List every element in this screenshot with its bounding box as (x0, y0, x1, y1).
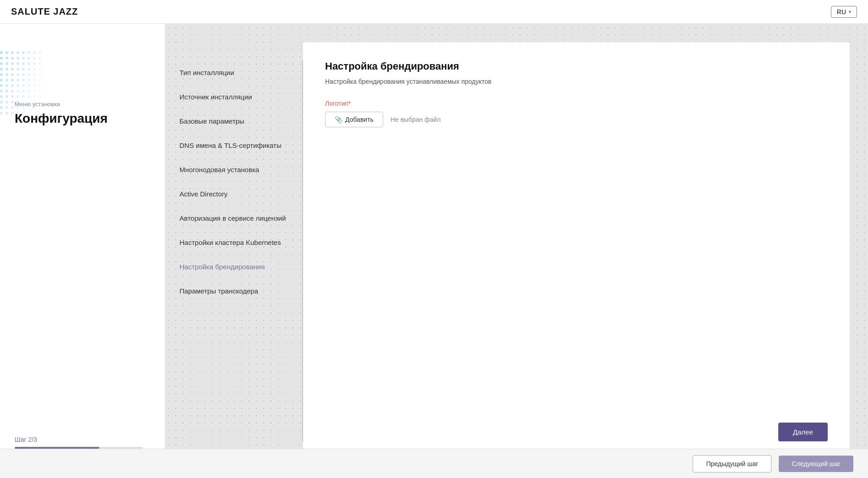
decorative-dot (16, 84, 19, 87)
decorative-dot (27, 106, 30, 109)
bottom-bar: Предыдущий шаг Следующий шаг (0, 449, 868, 478)
prev-step-button[interactable]: Предыдущий шаг (693, 455, 771, 473)
decorative-dot (16, 73, 19, 76)
decorative-dot (33, 90, 36, 92)
decorative-dot (33, 101, 36, 103)
language-label: RU (837, 8, 846, 16)
decorative-dot (27, 57, 30, 60)
decorative-dot (16, 68, 19, 71)
decorative-dot (16, 79, 19, 81)
nav-item-multi-node[interactable]: Многонодовая установка (165, 158, 302, 182)
decorative-dot (16, 51, 19, 54)
decorative-dot (11, 106, 14, 109)
decorative-dot (33, 106, 36, 109)
decorative-dot (27, 73, 30, 76)
nav-item-kubernetes[interactable]: Настройки кластера Kubernetes (165, 230, 302, 255)
nav-item-install-source[interactable]: Источник инсталляции (165, 85, 302, 109)
decorative-dot (38, 79, 41, 81)
decorative-dot (16, 62, 19, 65)
decorative-dot (27, 51, 30, 54)
decorative-dot (38, 106, 41, 109)
step-label: Шаг 2/3 (15, 436, 150, 443)
form-panel: Настройка брендирования Настройка бренди… (303, 42, 850, 460)
decorative-dot (27, 95, 30, 98)
decorative-dot (22, 101, 25, 103)
decorative-dot (38, 112, 41, 114)
nav-item-active-directory[interactable]: Active Directory (165, 182, 302, 206)
decorative-dot (38, 73, 41, 76)
form-next-button[interactable]: Далее (778, 423, 828, 441)
decorative-dot (16, 57, 19, 60)
decorative-dot (5, 62, 8, 65)
nav-item-base-params[interactable]: Базовые параметры (165, 109, 302, 133)
app-header: SALUTE JAZZ RU ▾ (0, 0, 868, 24)
decorative-dot (11, 62, 14, 65)
add-file-button[interactable]: 📎 Добавить (325, 112, 383, 127)
decorative-dot (27, 62, 30, 65)
decorative-dot (0, 73, 3, 76)
decorative-dot (16, 95, 19, 98)
decorative-dot (38, 57, 41, 60)
decorative-dot (5, 51, 8, 54)
nav-item-install-type[interactable]: Тип инсталляции (165, 60, 302, 85)
form-subtitle: Настройка брендирования устанавливаемых … (325, 78, 828, 85)
decorative-dot (5, 106, 8, 109)
decorative-dot (27, 112, 30, 114)
decorative-dot (5, 73, 8, 76)
decorative-dot (0, 112, 3, 114)
nav-item-license-auth[interactable]: Авторизация в сервисе лицензий (165, 206, 302, 230)
decorative-dot (33, 79, 36, 81)
decorative-dot (5, 90, 8, 92)
main-content: Тип инсталляцииИсточник инсталляцииБазов… (165, 24, 868, 478)
decorative-dot (33, 68, 36, 71)
nav-item-dns-tls[interactable]: DNS имена & TLS-сертификаты (165, 133, 302, 158)
decorative-dot (22, 90, 25, 92)
decorative-dot (22, 68, 25, 71)
decorative-dot (27, 79, 30, 81)
decorative-dot (22, 112, 25, 114)
language-button[interactable]: RU ▾ (831, 6, 857, 18)
decorative-dots (0, 51, 37, 125)
decorative-dot (33, 73, 36, 76)
decorative-dot (11, 84, 14, 87)
decorative-dot (22, 51, 25, 54)
decorative-dot (5, 57, 8, 60)
logo-field-label: Логотип* (325, 100, 828, 107)
decorative-dot (38, 90, 41, 92)
decorative-dot (22, 79, 25, 81)
left-sidebar: Меню установки Конфигурация Шаг 2/3 (0, 24, 165, 478)
decorative-dot (22, 57, 25, 60)
decorative-dot (0, 51, 3, 54)
nav-item-branding[interactable]: Настройка брендирования (165, 255, 302, 279)
decorative-dot (0, 106, 3, 109)
add-file-label: Добавить (345, 116, 374, 123)
file-input-row: 📎 Добавить Не выбран файл (325, 112, 828, 127)
decorative-dot (38, 101, 41, 103)
decorative-dot (22, 95, 25, 98)
decorative-dot (0, 79, 3, 81)
decorative-dot (5, 101, 8, 103)
decorative-dot (11, 79, 14, 81)
decorative-dot (38, 62, 41, 65)
decorative-dot (33, 57, 36, 60)
decorative-dot (38, 95, 41, 98)
decorative-dot (0, 90, 3, 92)
next-step-button[interactable]: Следующий шаг (779, 456, 853, 472)
decorative-dot (38, 84, 41, 87)
app-logo: SALUTE JAZZ (11, 6, 78, 17)
decorative-dot (16, 90, 19, 92)
nav-item-transcoder[interactable]: Параметры транскодера (165, 279, 302, 303)
decorative-dot (22, 106, 25, 109)
decorative-dot (22, 84, 25, 87)
clip-icon: 📎 (335, 116, 342, 123)
decorative-dot (11, 51, 14, 54)
decorative-dot (33, 51, 36, 54)
decorative-dot (33, 95, 36, 98)
decorative-dot (33, 112, 36, 114)
decorative-dot (11, 57, 14, 60)
chevron-down-icon: ▾ (849, 9, 851, 14)
decorative-dot (5, 95, 8, 98)
decorative-dot (27, 84, 30, 87)
decorative-dot (5, 84, 8, 87)
no-file-text: Не выбран файл (391, 116, 441, 123)
